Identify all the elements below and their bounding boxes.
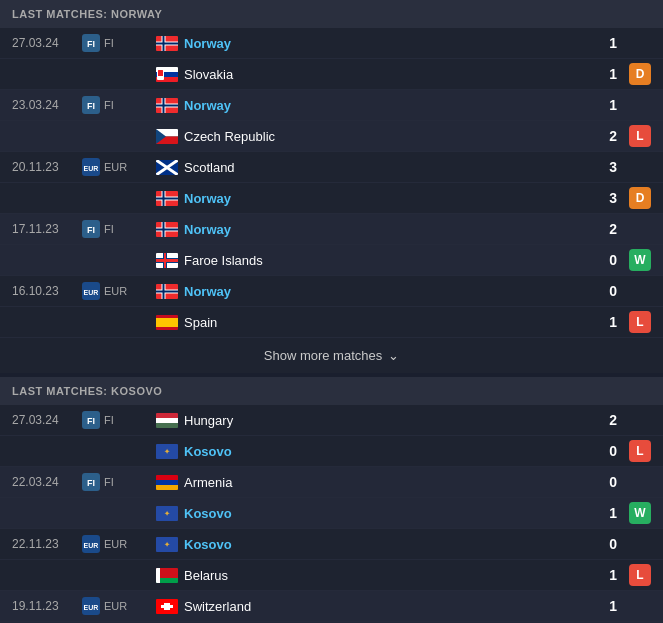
team-info: Slovakia: [152, 67, 587, 82]
team-info: Norway: [152, 222, 587, 237]
team-flag: [156, 36, 178, 51]
match-row: Czech Republic 2L: [0, 121, 663, 152]
team-name: Kosovo: [184, 444, 232, 459]
team-name: Armenia: [184, 475, 232, 490]
competition-icon: FI: [82, 220, 100, 238]
svg-rect-11: [158, 70, 163, 75]
match-score: 2: [587, 412, 617, 428]
svg-text:FI: FI: [87, 39, 95, 49]
svg-text:FI: FI: [87, 101, 95, 111]
competition-label: EUR: [104, 600, 127, 612]
result-badge: W: [629, 502, 651, 524]
competition-icon: EUR: [82, 282, 100, 300]
svg-text:EUR: EUR: [84, 542, 99, 549]
competition-icon: EUR: [82, 597, 100, 615]
match-competition: FI FI: [82, 34, 152, 52]
team-flag: ✦: [156, 537, 178, 552]
norway-section-header: LAST MATCHES: NORWAY: [0, 0, 663, 28]
match-score: 1: [587, 97, 617, 113]
svg-text:EUR: EUR: [84, 604, 99, 611]
team-flag: [156, 191, 178, 206]
result-badge-spacer: [629, 156, 651, 178]
svg-text:FI: FI: [87, 416, 95, 426]
result-badge-spacer: [629, 533, 651, 555]
result-badge-spacer: [629, 595, 651, 617]
match-score: 3: [587, 159, 617, 175]
norway-section: LAST MATCHES: NORWAY 27.03.24 FI FI Norw…: [0, 0, 663, 373]
svg-rect-18: [156, 104, 178, 106]
chevron-down-icon: ⌄: [388, 348, 399, 363]
svg-text:FI: FI: [87, 225, 95, 235]
svg-rect-56: [156, 413, 178, 418]
match-competition: EUR EUR: [82, 597, 152, 615]
match-row: 27.03.24 FI FI Hungary 2: [0, 405, 663, 436]
team-flag: [156, 413, 178, 428]
match-date: 27.03.24: [12, 36, 82, 50]
result-badge: L: [629, 440, 651, 462]
team-name: Switzerland: [184, 599, 251, 614]
match-row: 16.10.23 EUR EUR Norway 0: [0, 276, 663, 307]
team-name: Belarus: [184, 568, 228, 583]
svg-text:✦: ✦: [164, 541, 170, 548]
match-row: Faroe Islands 0W: [0, 245, 663, 276]
team-info: Norway: [152, 98, 587, 113]
team-info: Spain: [152, 315, 587, 330]
team-name: Norway: [184, 191, 231, 206]
result-badge: L: [629, 125, 651, 147]
match-score: 1: [587, 314, 617, 330]
norway-show-more-button[interactable]: Show more matches ⌄: [0, 337, 663, 373]
svg-text:✦: ✦: [164, 510, 170, 517]
match-score: 1: [587, 505, 617, 521]
svg-rect-53: [156, 318, 178, 327]
svg-rect-63: [156, 475, 178, 480]
svg-rect-32: [163, 191, 165, 206]
result-badge-spacer: [629, 218, 651, 240]
svg-rect-58: [156, 423, 178, 428]
match-competition: EUR EUR: [82, 535, 152, 553]
match-date: 23.03.24: [12, 98, 82, 112]
team-flag: [156, 475, 178, 490]
team-info: Norway: [152, 191, 587, 206]
svg-rect-44: [164, 253, 166, 268]
match-score: 0: [587, 283, 617, 299]
competition-label: FI: [104, 414, 114, 426]
match-score: 2: [587, 128, 617, 144]
match-score: 1: [587, 598, 617, 614]
match-score: 3: [587, 190, 617, 206]
competition-label: EUR: [104, 538, 127, 550]
team-name: Norway: [184, 98, 231, 113]
team-name: Kosovo: [184, 506, 232, 521]
match-date: 27.03.24: [12, 413, 82, 427]
match-score: 1: [587, 567, 617, 583]
svg-rect-5: [156, 42, 178, 44]
match-row: Spain 1L: [0, 307, 663, 337]
match-date: 19.11.23: [12, 599, 82, 613]
svg-rect-74: [156, 568, 160, 583]
svg-text:EUR: EUR: [84, 289, 99, 296]
svg-text:EUR: EUR: [84, 165, 99, 172]
norway-show-more-label: Show more matches: [264, 348, 383, 363]
team-flag: [156, 253, 178, 268]
result-badge-spacer: [629, 94, 651, 116]
svg-rect-50: [156, 290, 178, 292]
match-date: 17.11.23: [12, 222, 82, 236]
svg-rect-57: [156, 418, 178, 423]
team-info: ✦ Kosovo: [152, 506, 587, 521]
team-flag: [156, 284, 178, 299]
match-row: 23.03.24 FI FI Norway 1: [0, 90, 663, 121]
svg-rect-31: [156, 197, 178, 199]
result-badge-spacer: [629, 409, 651, 431]
match-row: Norway 3D: [0, 183, 663, 214]
competition-label: FI: [104, 99, 114, 111]
svg-rect-64: [156, 480, 178, 485]
match-score: 1: [587, 66, 617, 82]
team-flag: [156, 160, 178, 175]
svg-rect-39: [163, 222, 165, 237]
result-badge: D: [629, 63, 651, 85]
team-info: Norway: [152, 36, 587, 51]
match-competition: EUR EUR: [82, 282, 152, 300]
match-competition: FI FI: [82, 96, 152, 114]
result-badge: L: [629, 311, 651, 333]
result-badge-spacer: [629, 471, 651, 493]
team-info: Belarus: [152, 568, 587, 583]
